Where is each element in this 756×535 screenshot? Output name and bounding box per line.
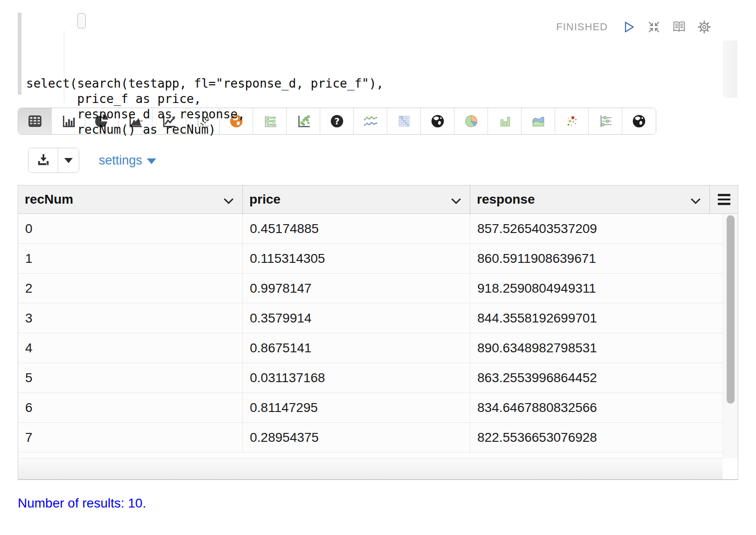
table-cell: 0.28954375 [243,423,470,452]
status-badge: FINISHED [556,21,608,33]
table-cell: 0 [18,214,243,243]
table-cell: 863.2553996864452 [470,363,723,392]
table-header-row: recNumpriceresponse [18,185,738,214]
chevron-down-icon[interactable] [690,192,701,207]
table-cell: 6 [18,393,243,422]
run-paragraph-button[interactable] [622,20,636,34]
editor-gutter [18,13,21,95]
compress-icon [647,20,661,34]
table-cell: 844.3558192699701 [470,303,723,333]
settings-toggle[interactable]: settings [99,153,156,168]
code-line: recNum() as recNum) [26,122,738,137]
settings-label: settings [99,153,142,168]
table-cell: 0.9978147 [243,274,470,303]
table-cell: 0.45174885 [243,214,470,243]
column-header-price[interactable]: price [243,185,470,213]
download-icon [36,152,51,169]
table-cell: 834.6467880832566 [470,393,723,422]
indent-guide [64,31,64,102]
table-row: 10.115314305860.5911908639671 [18,244,738,274]
table-body: 00.45174885857.526540353720910.115314305… [18,214,738,459]
column-label: recNum [25,192,73,207]
table-cell: 857.5265403537209 [470,214,723,243]
table-menu-button[interactable] [710,185,738,213]
zeppelin-paragraph: select(search(testapp, fl="response_d, p… [0,0,756,511]
code-editor[interactable]: select(search(testapp, fl="response_d, p… [18,12,738,103]
table-cell: 4 [18,333,243,363]
table-cell: 5 [18,363,243,392]
table-cell: 3 [18,303,243,333]
table-cell: 0.8675141 [243,333,470,363]
caret-down-icon [64,158,73,163]
table-cell: 890.6348982798531 [470,333,723,363]
actions-row: settings [18,148,738,173]
column-header-recNum[interactable]: recNum [18,185,243,213]
play-icon [622,20,636,34]
code-line: select(search(testapp, fl="response_d, p… [26,76,738,91]
book-icon [672,20,686,34]
paragraph-settings-button[interactable] [697,20,711,34]
download-button-group [28,148,79,173]
paragraph-controls: FINISHED [556,20,711,34]
column-label: response [477,192,535,207]
settings-caret-icon [147,158,156,164]
table-vertical-scrollbar[interactable] [722,214,738,459]
table-row: 60.81147295834.6467880832566 [18,393,738,423]
collapse-paragraph-button[interactable] [647,20,661,34]
gear-icon [697,20,711,34]
table-cell: 0.81147295 [243,393,470,422]
table-row: 40.8675141890.6348982798531 [18,333,738,363]
show-editor-button[interactable] [672,20,686,34]
table-row: 50.031137168863.2553996864452 [18,363,738,393]
column-header-response[interactable]: response [470,185,710,213]
table-row: 20.9978147918.2590804949311 [18,274,738,303]
results-count: Number of results: 10. [18,496,738,511]
table-cell: 918.2590804949311 [470,274,723,303]
code-line: response_d as response, [26,107,738,122]
download-button[interactable] [28,148,58,172]
table-cell: 0.115314305 [243,244,470,273]
table-row: 30.3579914844.3558192699701 [18,303,738,333]
table-horizontal-scrollbar[interactable] [18,459,722,479]
hamburger-icon [718,194,730,205]
table-cell: 0.3579914 [243,303,470,333]
table-row: 70.28954375822.5536653076928 [18,423,738,453]
code-line: price_f as price, [26,91,738,107]
column-label: price [249,192,281,207]
table-row: 00.45174885857.5265403537209 [18,214,738,244]
download-options-button[interactable] [58,148,79,172]
partial-row [18,453,723,459]
table-cell: 0.031137168 [243,363,470,392]
bracket-match-highlight [77,13,86,28]
chevron-down-icon[interactable] [451,192,461,207]
editor-scrollbar[interactable] [723,41,737,98]
chevron-down-icon[interactable] [223,192,234,207]
table-footer [18,459,738,479]
table-cell: 860.5911908639671 [470,244,723,273]
scrollbar-thumb[interactable] [727,215,735,404]
scrollbar-corner [722,459,738,479]
result-table: recNumpriceresponse 00.45174885857.52654… [18,185,738,480]
table-cell: 7 [18,423,243,452]
table-cell: 1 [18,244,243,273]
table-cell: 2 [18,274,243,303]
table-cell: 822.5536653076928 [470,423,723,452]
control-icons [622,20,711,34]
